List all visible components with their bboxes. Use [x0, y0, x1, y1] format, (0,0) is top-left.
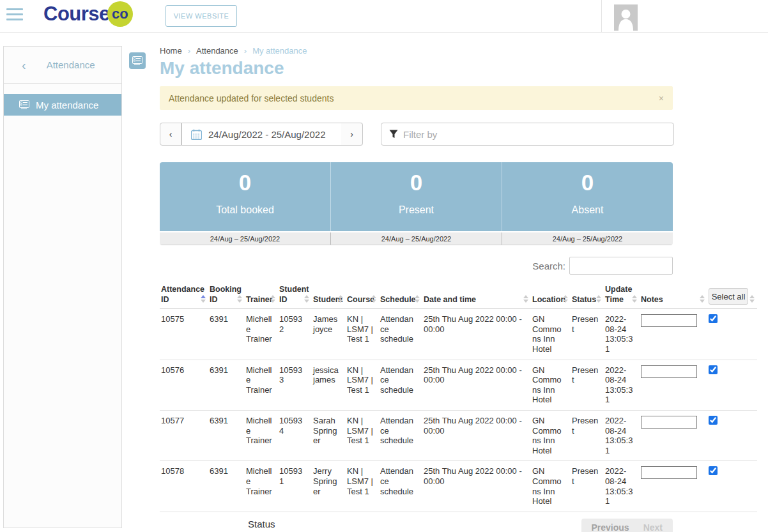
next-button[interactable]: Next — [643, 522, 663, 532]
date-next-button[interactable]: › — [341, 123, 363, 146]
menu-icon[interactable] — [6, 8, 23, 24]
cell-trainer: Michelle Trainer — [245, 411, 278, 461]
sort-desc-icon — [700, 300, 705, 303]
date-range-value: 24/Aug/2022 - 25/Aug/2022 — [208, 129, 326, 140]
sort-icons — [270, 295, 275, 303]
sort-asc-icon — [749, 295, 755, 298]
sort-icons — [415, 295, 420, 303]
stat-label: Present — [331, 204, 502, 216]
person-icon — [614, 4, 638, 31]
logo[interactable]: Course co — [43, 1, 133, 27]
cell-attendance-id: 10576 — [160, 360, 208, 410]
date-prev-button[interactable]: ‹ — [160, 123, 181, 146]
col-student-id[interactable]: Student ID — [278, 284, 312, 309]
stat-value: 0 — [331, 170, 502, 195]
sort-icons — [338, 295, 343, 303]
sort-icons — [632, 295, 637, 303]
breadcrumb-attendance[interactable]: Attendance — [196, 46, 238, 56]
cell-student: jessica james — [312, 360, 346, 410]
sort-icons — [237, 295, 242, 303]
table-row: 10578 6391 Michelle Trainer 105931 Jerry… — [160, 461, 757, 512]
attendance-list-icon — [19, 100, 29, 109]
cell-update-time: 2022-08-24 13:05:31 — [604, 461, 640, 512]
sidebar-back[interactable]: ‹ Attendance — [4, 47, 121, 84]
filter-funnel-icon — [389, 130, 398, 139]
col-date-time[interactable]: Date and time — [422, 284, 531, 309]
filter-box — [381, 123, 674, 146]
col-location[interactable]: Location — [531, 284, 571, 309]
avatar[interactable] — [614, 4, 638, 31]
search-input[interactable] — [569, 257, 673, 275]
sort-desc-icon — [338, 300, 343, 303]
cell-student: Sarah Springer — [312, 411, 346, 461]
col-booking-id[interactable]: Booking ID — [208, 284, 245, 309]
stat-value: 0 — [160, 170, 330, 195]
row-checkbox[interactable] — [709, 466, 718, 475]
stat-label: Absent — [502, 204, 673, 216]
col-student[interactable]: Student — [312, 284, 346, 309]
cell-student: James joyce — [312, 309, 346, 360]
sort-desc-icon — [632, 300, 637, 303]
col-schedule[interactable]: Schedule — [379, 284, 422, 309]
cell-attendance-id: 10575 — [160, 309, 208, 360]
row-checkbox[interactable] — [709, 365, 718, 374]
sort-icons — [596, 295, 601, 303]
stat-range: 24/Aug – 25/Aug/2022 — [160, 232, 331, 245]
sidebar-item-my-attendance[interactable]: My attendance — [4, 94, 121, 116]
select-all-button[interactable]: Select all — [709, 288, 748, 305]
sort-asc-icon — [304, 295, 309, 298]
row-checkbox[interactable] — [709, 416, 718, 425]
sort-asc-icon — [632, 295, 637, 298]
stats-cards: 0 Total booked 0 Present 0 Absent — [160, 162, 673, 231]
breadcrumb-current: My attendance — [252, 46, 307, 56]
col-trainer[interactable]: Trainer — [245, 284, 278, 309]
top-bar: Course co VIEW WEBSITE — [0, 0, 768, 33]
cell-datetime: 25th Thu Aug 2022 00:00 - 00:00 — [422, 461, 531, 512]
col-select-all: Select all — [707, 284, 757, 309]
col-update-time[interactable]: Update Time — [604, 284, 640, 309]
col-attendance-id[interactable]: Attendance ID — [160, 284, 208, 309]
row-checkbox[interactable] — [709, 314, 718, 323]
previous-button[interactable]: Previous — [592, 522, 629, 532]
notes-input[interactable] — [641, 416, 697, 429]
notes-input[interactable] — [641, 466, 697, 479]
table-row: 10577 6391 Michelle Trainer 105934 Sarah… — [160, 411, 757, 461]
cell-location: GN Commons Inn Hotel — [531, 360, 571, 410]
cell-course: KN | LSM7 | Test 1 — [346, 411, 379, 461]
cell-schedule: Attendance schedule — [379, 411, 422, 461]
notes-input[interactable] — [641, 314, 697, 327]
filter-input[interactable] — [403, 129, 673, 140]
sort-icons — [201, 295, 206, 303]
stat-absent: 0 Absent — [502, 162, 673, 231]
sort-icons — [563, 295, 568, 303]
breadcrumb-separator-icon: › — [188, 46, 190, 56]
controls-row: ‹ 24/Aug/2022 - 25/Aug/2022 › — [160, 123, 760, 146]
col-status[interactable]: Status — [571, 284, 604, 309]
notes-input[interactable] — [641, 365, 697, 378]
cell-attendance-id: 10577 — [160, 411, 208, 461]
view-website-button[interactable]: VIEW WEBSITE — [165, 5, 237, 27]
cell-attendance-id: 10578 — [160, 461, 208, 512]
sidebar: ‹ Attendance My attendance — [3, 46, 122, 528]
breadcrumb-home[interactable]: Home — [160, 46, 182, 56]
col-course[interactable]: Course — [346, 284, 379, 309]
sort-desc-icon — [523, 300, 528, 303]
sort-desc-icon — [201, 300, 206, 303]
stats-panel: 0 Total booked 0 Present 0 Absent 24/Aug… — [160, 162, 673, 245]
col-notes[interactable]: Notes — [640, 284, 707, 309]
cell-trainer: Michelle Trainer — [245, 461, 278, 512]
cell-student-id: 105931 — [278, 461, 312, 512]
cell-update-time: 2022-08-24 13:05:31 — [604, 360, 640, 410]
sort-asc-icon — [201, 295, 206, 298]
close-icon[interactable]: × — [659, 93, 664, 103]
cell-status: Present — [571, 461, 604, 512]
sort-asc-icon — [338, 295, 343, 298]
table-header-row: Attendance ID Booking ID Trainer Student… — [160, 284, 757, 309]
main-content: Home›Attendance›My attendance My attenda… — [160, 46, 760, 532]
sort-asc-icon — [415, 295, 420, 298]
sort-icons — [749, 295, 755, 303]
date-range-field[interactable]: 24/Aug/2022 - 25/Aug/2022 — [181, 123, 341, 146]
sidebar-toggle-button[interactable] — [129, 52, 146, 69]
sort-asc-icon — [523, 295, 528, 298]
cell-status: Present — [571, 411, 604, 461]
